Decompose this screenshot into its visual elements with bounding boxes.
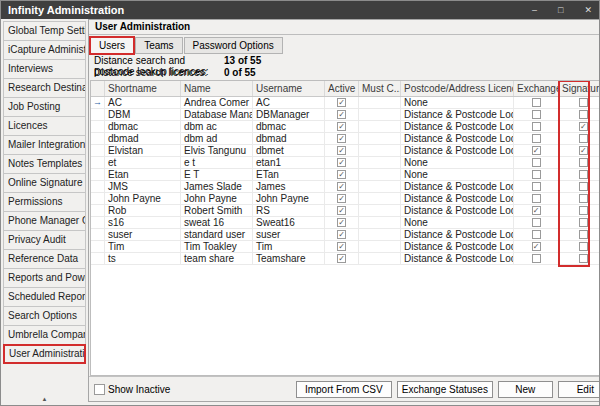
exchange-sync-checkbox[interactable] (532, 194, 541, 203)
table-row[interactable]: → John Payne John Payne John Payne Dista… (91, 193, 600, 205)
table-row[interactable]: → dbmad dbm ad dbmad Distance & Postcode… (91, 133, 600, 145)
signature-checkbox[interactable] (579, 218, 588, 227)
active-checkbox[interactable] (337, 134, 346, 143)
signature-checkbox[interactable] (579, 158, 588, 167)
table-row[interactable]: → s16 sweat 16 Sweat16 None (91, 217, 600, 229)
active-checkbox[interactable] (337, 170, 346, 179)
sidebar-item-umbrella-companies[interactable]: Umbrella Companies (3, 325, 86, 345)
new-button[interactable]: New (498, 381, 553, 398)
sidebar-item-user-administration[interactable]: User Administration (3, 344, 86, 364)
sidebar-item-privacy-audit[interactable]: Privacy Audit (3, 230, 86, 250)
active-checkbox[interactable] (337, 194, 346, 203)
table-row[interactable]: → suser standard user suser Distance & P… (91, 229, 600, 241)
exchange-sync-checkbox[interactable] (532, 98, 541, 107)
exchange-sync-checkbox[interactable] (532, 158, 541, 167)
table-row[interactable]: → et e t etan1 None (91, 157, 600, 169)
cell-must-change (359, 229, 401, 240)
table-row[interactable]: → Rob Robert Smith RS Distance & Postcod… (91, 205, 600, 217)
sidebar-item-global-temp-settings[interactable]: Global Temp Settings (3, 21, 86, 41)
table-row[interactable]: → DBM Database Manager DBManager Distanc… (91, 109, 600, 121)
signature-checkbox[interactable] (579, 242, 588, 251)
active-checkbox[interactable] (337, 182, 346, 191)
table-row[interactable]: → AC Andrea Comer AC None (91, 97, 600, 109)
sidebar-item-job-posting[interactable]: Job Posting (3, 97, 86, 117)
active-checkbox[interactable] (337, 122, 346, 131)
show-inactive-checkbox[interactable] (94, 384, 105, 395)
sidebar-item-reference-data[interactable]: Reference Data (3, 249, 86, 269)
signature-checkbox[interactable] (579, 230, 588, 239)
active-checkbox[interactable] (337, 158, 346, 167)
signature-checkbox[interactable] (579, 98, 588, 107)
sidebar-item-permissions[interactable]: Permissions (3, 192, 86, 212)
column-header-must-change[interactable]: Must C... (359, 81, 401, 96)
sidebar-item-interviews[interactable]: Interviews (3, 59, 86, 79)
table-row[interactable]: → JMS James Slade James Distance & Postc… (91, 181, 600, 193)
show-inactive-label: Show Inactive (108, 384, 170, 395)
sidebar-scroll-indicator[interactable]: ▲ (42, 396, 48, 402)
signature-checkbox[interactable] (579, 254, 588, 263)
exchange-sync-checkbox[interactable] (532, 122, 541, 131)
active-checkbox[interactable] (337, 230, 346, 239)
column-header-postcode-licence[interactable]: Postcode/Address Licence (401, 81, 514, 96)
tab-password-options[interactable]: Password Options (184, 37, 283, 54)
table-row[interactable]: → Elvistan Elvis Tangunu dbmet Distance … (91, 145, 600, 157)
signature-checkbox[interactable] (579, 146, 588, 155)
sidebar-item-research-destinations[interactable]: Research Destinations (3, 78, 86, 98)
table-row[interactable]: → Tim Tim Toakley Tim Distance & Postcod… (91, 241, 600, 253)
sidebar-item-licences[interactable]: Licences (3, 116, 86, 136)
exchange-statuses-button[interactable]: Exchange Statuses (397, 381, 493, 398)
column-header-shortname[interactable]: Shortname (105, 81, 181, 96)
sidebar-item-icapture-administration[interactable]: iCapture Administration (3, 40, 86, 60)
column-header-active[interactable]: Active (325, 81, 359, 96)
table-row[interactable]: → ts team share Teamshare Distance & Pos… (91, 253, 600, 265)
exchange-sync-checkbox[interactable] (532, 254, 541, 263)
window-title: Infinity Administration (8, 4, 124, 16)
signature-checkbox[interactable] (579, 170, 588, 179)
sidebar-item-phone-manager-options[interactable]: Phone Manager Options (3, 211, 86, 231)
sidebar-item-mailer-integration[interactable]: Mailer Integration (3, 135, 86, 155)
table-row[interactable]: → dbmac dbm ac dbmac Distance & Postcode… (91, 121, 600, 133)
sidebar-item-notes-templates[interactable]: Notes Templates (3, 154, 86, 174)
exchange-sync-checkbox[interactable] (532, 182, 541, 191)
tab-teams[interactable]: Teams (135, 37, 182, 54)
signature-checkbox[interactable] (579, 194, 588, 203)
active-checkbox[interactable] (337, 146, 346, 155)
import-from-csv-button[interactable]: Import From CSV (296, 381, 392, 398)
signature-checkbox[interactable] (579, 206, 588, 215)
exchange-sync-checkbox[interactable] (532, 134, 541, 143)
active-checkbox[interactable] (337, 98, 346, 107)
exchange-sync-checkbox[interactable] (532, 218, 541, 227)
sidebar-item-scheduled-reports[interactable]: Scheduled Reports (3, 287, 86, 307)
tab-users[interactable]: Users (90, 37, 134, 54)
column-header-username[interactable]: Username (253, 81, 325, 96)
cell-active (325, 157, 359, 168)
active-checkbox[interactable] (337, 218, 346, 227)
maximize-icon[interactable]: □ (558, 1, 563, 19)
sidebar-item-search-options[interactable]: Search Options (3, 306, 86, 326)
signature-checkbox[interactable] (579, 134, 588, 143)
exchange-sync-checkbox[interactable] (532, 110, 541, 119)
active-checkbox[interactable] (337, 110, 346, 119)
sidebar-item-reports-and-power-bi[interactable]: Reports and Power BI (3, 268, 86, 288)
signature-checkbox[interactable] (579, 110, 588, 119)
active-checkbox[interactable] (337, 254, 346, 263)
column-header-exchange-sync[interactable]: Exchange Sync (514, 81, 559, 96)
active-checkbox[interactable] (337, 242, 346, 251)
show-inactive-toggle[interactable]: Show Inactive (94, 384, 170, 395)
cell-licence: None (401, 217, 514, 228)
sidebar-item-online-signature[interactable]: Online Signature (3, 173, 86, 193)
exchange-sync-checkbox[interactable] (532, 242, 541, 251)
exchange-sync-checkbox[interactable] (532, 170, 541, 179)
table-row[interactable]: → Etan E T ETan None (91, 169, 600, 181)
column-header-name[interactable]: Name (181, 81, 253, 96)
active-checkbox[interactable] (337, 206, 346, 215)
edit-button[interactable]: Edit (558, 381, 600, 398)
column-header-signature[interactable]: Signature (559, 81, 600, 96)
signature-checkbox[interactable] (579, 122, 588, 131)
exchange-sync-checkbox[interactable] (532, 230, 541, 239)
minimize-icon[interactable]: – (532, 1, 537, 19)
exchange-sync-checkbox[interactable] (532, 206, 541, 215)
exchange-sync-checkbox[interactable] (532, 146, 541, 155)
signature-checkbox[interactable] (579, 182, 588, 191)
close-icon[interactable]: ✕ (584, 1, 592, 19)
